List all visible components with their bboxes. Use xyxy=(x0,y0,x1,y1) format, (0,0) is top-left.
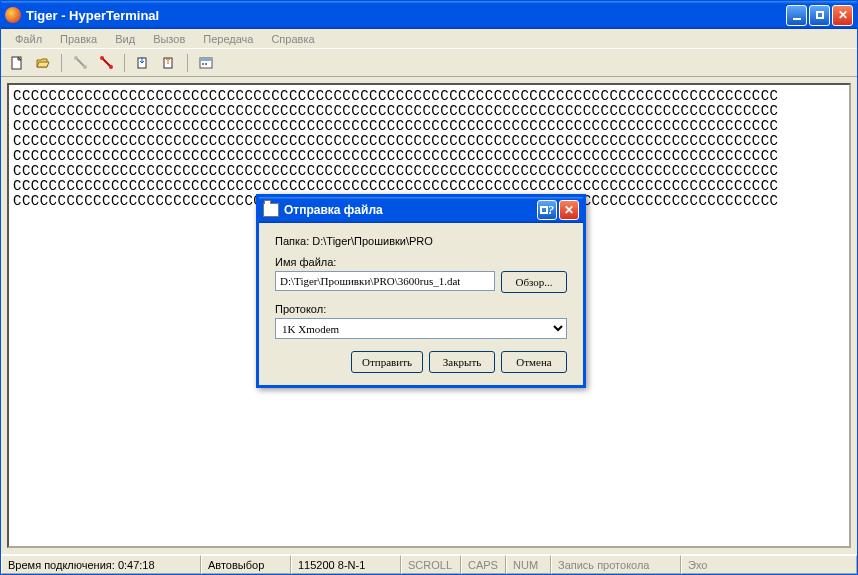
menu-transfer[interactable]: Передача xyxy=(195,31,261,47)
menu-call[interactable]: Вызов xyxy=(145,31,193,47)
dialog-title: Отправка файла xyxy=(284,203,537,217)
window-title: Tiger - HyperTerminal xyxy=(26,8,786,23)
filename-label: Имя файла: xyxy=(275,256,567,268)
menu-edit[interactable]: Правка xyxy=(52,31,105,47)
send-icon[interactable] xyxy=(133,53,153,73)
status-echo: Эхо xyxy=(681,555,857,574)
send-button[interactable]: Отправить xyxy=(351,351,423,373)
statusbar: Время подключения: 0:47:18 Автовыбор 115… xyxy=(1,554,857,574)
menu-view[interactable]: Вид xyxy=(107,31,143,47)
protocol-label: Протокол: xyxy=(275,303,567,315)
toolbar-separator xyxy=(187,54,188,72)
status-num: NUM xyxy=(506,555,551,574)
receive-icon[interactable] xyxy=(159,53,179,73)
close-dialog-button[interactable]: Закрыть xyxy=(429,351,495,373)
svg-point-1 xyxy=(74,56,78,60)
svg-point-2 xyxy=(83,65,87,69)
cancel-button[interactable]: Отмена xyxy=(501,351,567,373)
svg-point-10 xyxy=(205,63,207,65)
menu-file[interactable]: Файл xyxy=(7,31,50,47)
dialog-close-button[interactable] xyxy=(559,200,579,220)
toolbar xyxy=(1,49,857,77)
new-icon[interactable] xyxy=(7,53,27,73)
status-log: Запись протокола xyxy=(551,555,681,574)
menubar: Файл Правка Вид Вызов Передача Справка xyxy=(1,29,857,49)
filename-input[interactable] xyxy=(275,271,495,291)
toolbar-separator xyxy=(61,54,62,72)
dialog-body: Папка: D:\Tiger\Прошивки\PRO Имя файла: … xyxy=(259,223,583,385)
status-caps: CAPS xyxy=(461,555,506,574)
svg-point-9 xyxy=(202,63,204,65)
svg-point-3 xyxy=(100,56,104,60)
terminal-text: CCCCCCCCCCCCCCCCCCCCCCCCCCCCCCCCCCCCCCCC… xyxy=(13,89,845,209)
folder-label: Папка: D:\Tiger\Прошивки\PRO xyxy=(275,235,567,247)
send-file-dialog: Отправка файла ? Папка: D:\Tiger\Прошивк… xyxy=(256,194,586,388)
status-params: 115200 8-N-1 xyxy=(291,555,401,574)
browse-button[interactable]: Обзор... xyxy=(501,271,567,293)
dialog-titlebar: Отправка файла ? xyxy=(259,197,583,223)
minimize-button[interactable] xyxy=(786,5,807,26)
app-icon xyxy=(5,7,21,23)
menu-help[interactable]: Справка xyxy=(263,31,322,47)
toolbar-separator xyxy=(124,54,125,72)
status-scroll: SCROLL xyxy=(401,555,461,574)
dialog-help-button[interactable]: ? xyxy=(537,200,557,220)
titlebar: Tiger - HyperTerminal xyxy=(1,1,857,29)
status-autodetect: Автовыбор xyxy=(201,555,291,574)
properties-icon[interactable] xyxy=(196,53,216,73)
protocol-select[interactable]: 1K Xmodem xyxy=(275,318,567,339)
svg-rect-8 xyxy=(200,58,212,61)
folder-icon xyxy=(263,203,279,217)
call-icon[interactable] xyxy=(70,53,90,73)
status-connection-time: Время подключения: 0:47:18 xyxy=(1,555,201,574)
disconnect-icon[interactable] xyxy=(96,53,116,73)
open-icon[interactable] xyxy=(33,53,53,73)
maximize-button[interactable] xyxy=(809,5,830,26)
close-button[interactable] xyxy=(832,5,853,26)
svg-point-4 xyxy=(109,65,113,69)
